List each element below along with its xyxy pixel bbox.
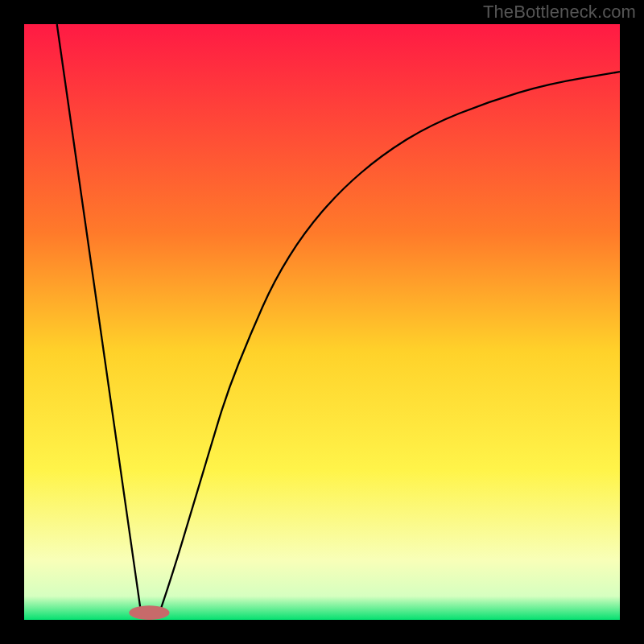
- valley-marker: [129, 605, 169, 620]
- watermark-text: TheBottleneck.com: [483, 2, 636, 23]
- gradient-background: [24, 24, 620, 620]
- plot-svg: [24, 24, 620, 620]
- plot-area: [24, 24, 620, 620]
- bottleneck-chart: TheBottleneck.com: [0, 0, 644, 644]
